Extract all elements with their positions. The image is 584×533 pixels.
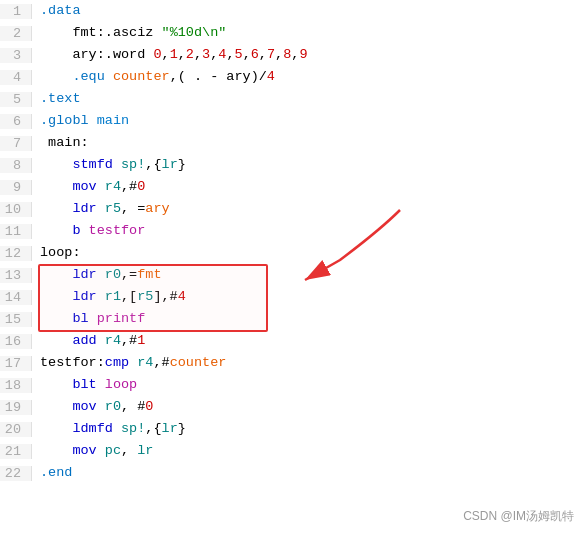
line-number: 12 <box>0 246 32 261</box>
table-row: 15 bl printf <box>0 308 584 330</box>
line-number: 20 <box>0 422 32 437</box>
code-token: , <box>226 47 234 62</box>
code-token: ldr <box>40 289 105 304</box>
code-token: .text <box>40 91 81 106</box>
line-code: ary:.word 0,1,2,3,4,5,6,7,8,9 <box>32 44 308 66</box>
code-token: b <box>40 223 89 238</box>
table-row: 18 blt loop <box>0 374 584 396</box>
table-row: 11 b testfor <box>0 220 584 242</box>
code-token: mov <box>40 179 105 194</box>
line-number: 22 <box>0 466 32 481</box>
code-token: ,# <box>121 333 137 348</box>
line-number: 7 <box>0 136 32 151</box>
code-token: , = <box>121 201 145 216</box>
code-token: fmt <box>137 267 161 282</box>
line-number: 2 <box>0 26 32 41</box>
table-row: 17testfor:cmp r4,#counter <box>0 352 584 374</box>
table-row: 21 mov pc, lr <box>0 440 584 462</box>
code-token: printf <box>97 311 146 326</box>
watermark: CSDN @IM汤姆凯特 <box>463 508 574 525</box>
code-token: "%10d\n" <box>162 25 227 40</box>
code-token: 1 <box>137 333 145 348</box>
line-number: 18 <box>0 378 32 393</box>
line-number: 19 <box>0 400 32 415</box>
code-token: 0 <box>145 399 153 414</box>
code-token: , <box>162 47 170 62</box>
line-number: 4 <box>0 70 32 85</box>
table-row: 13 ldr r0,=fmt <box>0 264 584 286</box>
table-row: 7 main: <box>0 132 584 154</box>
code-token: , <box>121 443 137 458</box>
line-code: bl printf <box>32 308 145 330</box>
table-row: 12loop: <box>0 242 584 264</box>
code-editor: 1.data2 fmt:.asciz "%10d\n"3 ary:.word 0… <box>0 0 584 533</box>
code-token: 3 <box>202 47 210 62</box>
code-token: ,( . - ary)/ <box>170 69 267 84</box>
code-token: add <box>40 333 105 348</box>
code-token: 9 <box>299 47 307 62</box>
table-row: 6.globl main <box>0 110 584 132</box>
code-token: ],# <box>153 289 177 304</box>
code-token: r0 <box>105 399 121 414</box>
code-token: 7 <box>267 47 275 62</box>
code-token: 1 <box>170 47 178 62</box>
code-token: ,{ <box>145 157 161 172</box>
table-row: 10 ldr r5, =ary <box>0 198 584 220</box>
line-number: 1 <box>0 4 32 19</box>
code-token: ,# <box>121 179 137 194</box>
table-row: 14 ldr r1,[r5],#4 <box>0 286 584 308</box>
code-token: stmfd <box>40 157 121 172</box>
line-number: 3 <box>0 48 32 63</box>
line-code: stmfd sp!,{lr} <box>32 154 186 176</box>
line-code: blt loop <box>32 374 137 396</box>
code-token: ,# <box>153 355 169 370</box>
table-row: 1.data <box>0 0 584 22</box>
code-token: r1 <box>105 289 121 304</box>
line-code: mov r4,#0 <box>32 176 145 198</box>
line-code: .text <box>32 88 81 110</box>
line-number: 11 <box>0 224 32 239</box>
code-token: r4 <box>105 333 121 348</box>
code-token: sp! <box>121 157 145 172</box>
line-code: b testfor <box>32 220 145 242</box>
line-code: mov r0, #0 <box>32 396 153 418</box>
line-number: 10 <box>0 202 32 217</box>
table-row: 8 stmfd sp!,{lr} <box>0 154 584 176</box>
table-row: 16 add r4,#1 <box>0 330 584 352</box>
code-token: 6 <box>251 47 259 62</box>
code-token: bl <box>40 311 97 326</box>
code-token: , <box>194 47 202 62</box>
code-token: fmt:.asciz <box>40 25 162 40</box>
line-code: testfor:cmp r4,#counter <box>32 352 226 374</box>
code-token: counter <box>113 69 170 84</box>
code-token: lr <box>162 421 178 436</box>
code-token: , <box>243 47 251 62</box>
table-row: 19 mov r0, #0 <box>0 396 584 418</box>
code-token: ary <box>145 201 169 216</box>
table-row: 20 ldmfd sp!,{lr} <box>0 418 584 440</box>
code-token: ,{ <box>145 421 161 436</box>
code-token: .end <box>40 465 72 480</box>
code-token: 0 <box>153 47 161 62</box>
line-code: ldr r5, =ary <box>32 198 170 220</box>
code-token: ,[ <box>121 289 137 304</box>
line-number: 21 <box>0 444 32 459</box>
line-code: ldr r1,[r5],#4 <box>32 286 186 308</box>
line-code: .equ counter,( . - ary)/4 <box>32 66 275 88</box>
line-code: ldr r0,=fmt <box>32 264 162 286</box>
code-token: r5 <box>105 201 121 216</box>
code-token: lr <box>137 443 153 458</box>
line-code: .end <box>32 462 72 484</box>
code-token: lr <box>162 157 178 172</box>
code-token: .equ <box>40 69 113 84</box>
code-token: , <box>259 47 267 62</box>
line-code: fmt:.asciz "%10d\n" <box>32 22 226 44</box>
code-token: main <box>97 113 129 128</box>
line-number: 8 <box>0 158 32 173</box>
code-token: counter <box>170 355 227 370</box>
line-number: 13 <box>0 268 32 283</box>
code-token: cmp <box>105 355 137 370</box>
code-token: } <box>178 421 186 436</box>
code-token: } <box>178 157 186 172</box>
code-token: sp! <box>121 421 145 436</box>
